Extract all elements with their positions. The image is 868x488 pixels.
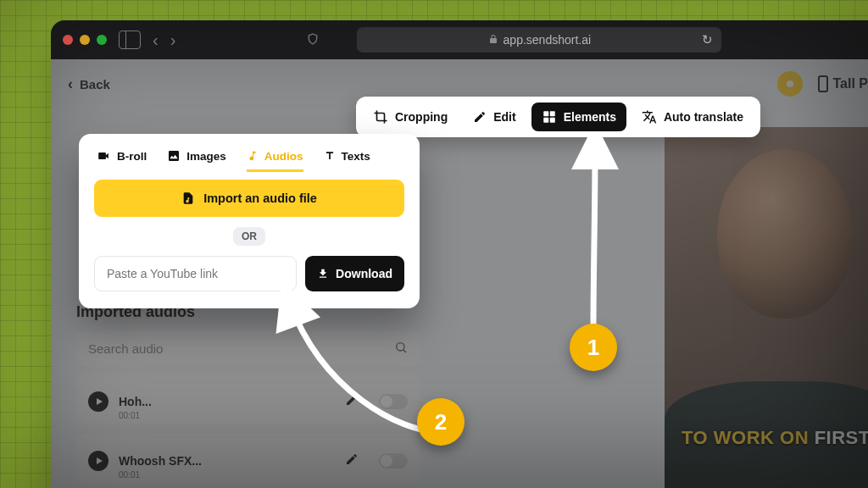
pencil-icon	[473, 110, 487, 124]
lock-icon	[488, 33, 498, 47]
tab-audios[interactable]: Audios	[247, 149, 303, 172]
elements-label: Elements	[564, 110, 616, 124]
media-tabs: B-roll Images Audios	[94, 146, 404, 180]
app-viewport: ‹ Back Tall P Imported audios Search aud…	[51, 59, 868, 488]
browser-window: ‹ › app.sendshort.ai ↻ ‹ Back	[51, 20, 868, 488]
sidebar-toggle-icon[interactable]	[119, 30, 141, 49]
edit-button[interactable]: Edit	[463, 103, 526, 130]
download-button[interactable]: Download	[305, 256, 404, 291]
text-icon	[324, 150, 336, 162]
tab-audios-label: Audios	[264, 150, 303, 163]
elements-audio-panel: B-roll Images Audios	[79, 134, 420, 308]
or-divider: OR	[94, 227, 404, 246]
maximize-window-icon[interactable]	[97, 35, 107, 45]
tab-images-label: Images	[186, 150, 226, 163]
annotation-step-1: 1	[570, 324, 617, 371]
close-window-icon[interactable]	[63, 35, 73, 45]
window-controls[interactable]	[63, 35, 107, 45]
svg-rect-3	[549, 111, 554, 116]
cropping-label: Cropping	[395, 110, 448, 124]
youtube-row: Download	[94, 256, 404, 291]
tab-broll-label: B-roll	[117, 150, 147, 163]
tab-broll[interactable]: B-roll	[96, 150, 147, 169]
file-audio-icon	[181, 191, 195, 206]
step-2-number: 2	[435, 409, 447, 435]
minimize-window-icon[interactable]	[80, 35, 90, 45]
url-text: app.sendshort.ai	[504, 33, 592, 47]
nav-forward-icon[interactable]: ›	[170, 31, 176, 48]
video-camera-icon	[96, 150, 111, 162]
tab-texts-label: Texts	[342, 150, 370, 163]
auto-translate-button[interactable]: Auto translate	[632, 103, 754, 131]
privacy-shield-icon[interactable]	[306, 32, 320, 47]
svg-rect-2	[543, 111, 548, 116]
address-bar[interactable]: app.sendshort.ai ↻	[357, 27, 721, 53]
tab-texts[interactable]: Texts	[324, 150, 370, 169]
import-audio-button[interactable]: Import an audio file	[94, 180, 404, 217]
nav-back-icon[interactable]: ‹	[153, 31, 159, 48]
annotation-step-2: 2	[417, 398, 465, 446]
tab-images[interactable]: Images	[167, 149, 226, 169]
elements-button[interactable]: Elements	[531, 103, 626, 131]
reload-icon[interactable]: ↻	[702, 32, 713, 47]
crop-icon	[373, 109, 388, 125]
download-label: Download	[336, 267, 392, 280]
or-text: OR	[233, 227, 265, 246]
import-label: Import an audio file	[203, 191, 317, 205]
svg-rect-4	[543, 118, 548, 123]
translate-label: Auto translate	[664, 110, 743, 124]
step-1-number: 1	[587, 335, 599, 361]
cropping-button[interactable]: Cropping	[363, 103, 458, 131]
download-icon	[317, 268, 329, 280]
image-icon	[167, 149, 181, 163]
editor-toolbar: Cropping Edit Elements Auto translate	[356, 97, 760, 137]
music-note-icon	[247, 149, 259, 163]
translate-icon	[642, 109, 657, 125]
svg-rect-5	[549, 118, 554, 123]
elements-icon	[542, 109, 557, 125]
edit-label: Edit	[493, 110, 515, 124]
youtube-link-input[interactable]	[94, 256, 297, 291]
browser-titlebar: ‹ › app.sendshort.ai ↻	[51, 20, 868, 59]
